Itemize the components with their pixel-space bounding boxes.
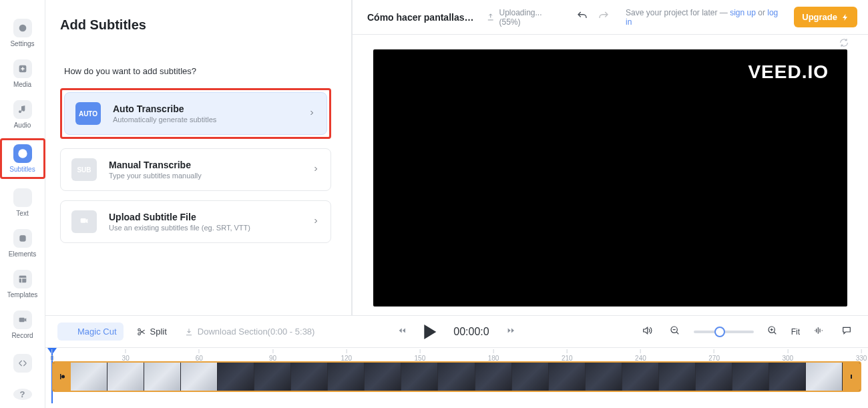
zoom-out-icon bbox=[670, 325, 680, 336]
ruler-tick: 270 bbox=[708, 349, 720, 362]
save-message: Save your project for later — sign up or… bbox=[626, 8, 781, 27]
subtitle-options-list: AUTO Auto Transcribe Automatically gener… bbox=[60, 88, 331, 243]
timeline[interactable]: 0306090120150180210240270300330 bbox=[45, 348, 868, 408]
signup-link[interactable]: sign up bbox=[730, 8, 756, 17]
option-auto-transcribe[interactable]: AUTO Auto Transcribe Automatically gener… bbox=[64, 92, 327, 135]
svg-rect-14 bbox=[851, 375, 852, 379]
zoom-out-button[interactable] bbox=[666, 325, 684, 339]
sidebar-label: Media bbox=[13, 81, 31, 88]
wand-icon bbox=[64, 327, 73, 337]
sidebar-item-templates[interactable]: Templates bbox=[3, 267, 42, 301]
highlighted-auto-option: AUTO Auto Transcribe Automatically gener… bbox=[60, 88, 331, 139]
project-title[interactable]: Cómo hacer pantallas fi... bbox=[367, 12, 474, 23]
sidebar-item-resize[interactable] bbox=[3, 351, 42, 375]
skip-forward-button[interactable] bbox=[507, 326, 516, 337]
scissors-icon bbox=[137, 327, 146, 337]
chevron-right-icon bbox=[312, 165, 320, 175]
svg-point-8 bbox=[138, 329, 140, 331]
undo-button[interactable] bbox=[574, 7, 591, 27]
option-desc: Type your subtitles manually bbox=[109, 172, 300, 180]
option-upload-file[interactable]: Upload Subtitle File Use an existing sub… bbox=[60, 200, 331, 243]
sidebar-label: Subtitles bbox=[9, 166, 35, 173]
sidebar: Settings Media Audio Subtitles Text Elem… bbox=[0, 0, 45, 408]
upload-status: Uploading... (55%) bbox=[486, 8, 563, 27]
clip-thumbnails bbox=[71, 363, 843, 391]
zoom-slider[interactable] bbox=[694, 331, 754, 333]
gear-icon bbox=[13, 19, 32, 37]
ruler-tick: 30 bbox=[122, 349, 130, 362]
ruler-tick: 330 bbox=[856, 349, 867, 362]
sidebar-label: Audio bbox=[14, 122, 31, 129]
upload-icon bbox=[486, 13, 495, 22]
ruler-tick: 300 bbox=[782, 349, 793, 362]
sidebar-item-audio[interactable]: Audio bbox=[3, 97, 42, 132]
comment-button[interactable] bbox=[837, 325, 856, 339]
svg-point-13 bbox=[61, 375, 65, 379]
sidebar-item-record[interactable]: Record bbox=[3, 308, 42, 342]
timecode: 00:00:0 bbox=[453, 326, 489, 338]
ruler-tick: 120 bbox=[341, 349, 352, 362]
clip-handle-right[interactable] bbox=[843, 363, 860, 391]
layout-icon bbox=[13, 270, 32, 288]
upgrade-button[interactable]: Upgrade bbox=[794, 7, 857, 27]
ruler-tick: 0 bbox=[50, 349, 54, 362]
ruler-tick: 240 bbox=[635, 349, 646, 362]
svg-rect-6 bbox=[19, 318, 24, 323]
download-section-button: Download Section(0:00 - 5:38) bbox=[180, 326, 319, 337]
svg-rect-12 bbox=[60, 374, 61, 379]
sidebar-item-subtitles[interactable]: Subtitles bbox=[3, 142, 42, 176]
play-icon bbox=[424, 325, 436, 339]
timeline-toolbar: Magic Cut Split Download Section(0:00 - … bbox=[45, 316, 868, 348]
bottom-bar: Magic Cut Split Download Section(0:00 - … bbox=[45, 315, 868, 408]
auto-badge: AUTO bbox=[75, 102, 101, 125]
clip-handle-left[interactable] bbox=[53, 363, 71, 391]
download-icon bbox=[184, 327, 194, 337]
highlighted-sidebar-subtitles: Subtitles bbox=[0, 138, 45, 179]
plus-square-icon bbox=[13, 59, 32, 78]
redo-button[interactable] bbox=[595, 7, 612, 27]
music-note-icon bbox=[13, 100, 32, 119]
sidebar-label: Templates bbox=[7, 291, 38, 298]
volume-icon bbox=[642, 325, 652, 336]
sidebar-item-elements[interactable]: Elements bbox=[3, 226, 42, 260]
svg-rect-3 bbox=[20, 153, 25, 154]
sidebar-label: Settings bbox=[10, 40, 34, 47]
video-track[interactable] bbox=[52, 361, 861, 392]
video-preview[interactable]: VEED.IO bbox=[373, 49, 847, 307]
option-desc: Use an existing subtitles file (eg. SRT,… bbox=[109, 224, 300, 232]
zoom-in-icon bbox=[767, 325, 778, 336]
fit-label[interactable]: Fit bbox=[791, 327, 800, 337]
zoom-in-button[interactable] bbox=[763, 325, 782, 339]
topbar: Cómo hacer pantallas fi... Uploading... … bbox=[353, 0, 868, 35]
play-button[interactable] bbox=[424, 325, 436, 339]
magic-cut-button[interactable]: Magic Cut bbox=[57, 323, 124, 341]
undo-redo-group bbox=[574, 7, 612, 27]
waveform-button[interactable] bbox=[809, 325, 828, 339]
option-title: Auto Transcribe bbox=[113, 104, 296, 114]
right-tools: Fit bbox=[638, 325, 856, 339]
playback-controls: 00:00:0 bbox=[397, 325, 515, 339]
volume-button[interactable] bbox=[638, 325, 656, 339]
brand-watermark: VEED.IO bbox=[748, 61, 829, 83]
option-title: Manual Transcribe bbox=[109, 160, 300, 170]
svg-point-0 bbox=[19, 25, 26, 32]
waveform-icon bbox=[813, 325, 824, 336]
comment-icon bbox=[841, 325, 852, 336]
option-title: Upload Subtitle File bbox=[109, 212, 300, 222]
shapes-icon bbox=[13, 229, 32, 248]
sidebar-item-text[interactable]: Text bbox=[3, 186, 42, 220]
option-manual-transcribe[interactable]: SUB Manual Transcribe Type your subtitle… bbox=[60, 148, 331, 191]
split-button[interactable]: Split bbox=[133, 326, 171, 337]
sidebar-label: Text bbox=[16, 210, 28, 217]
ruler-tick: 150 bbox=[415, 349, 426, 362]
svg-rect-5 bbox=[19, 276, 26, 283]
bolt-icon bbox=[841, 13, 849, 21]
help-button[interactable]: ? bbox=[13, 389, 32, 400]
resize-icon bbox=[13, 354, 32, 373]
sidebar-item-media[interactable]: Media bbox=[3, 57, 42, 91]
skip-back-button[interactable] bbox=[397, 326, 407, 337]
preview-area: VEED.IO bbox=[353, 49, 868, 315]
sidebar-item-settings[interactable]: Settings bbox=[3, 16, 42, 50]
subtitles-panel: Add Subtitles How do you want to add sub… bbox=[45, 0, 352, 315]
ruler-tick: 210 bbox=[562, 349, 573, 362]
